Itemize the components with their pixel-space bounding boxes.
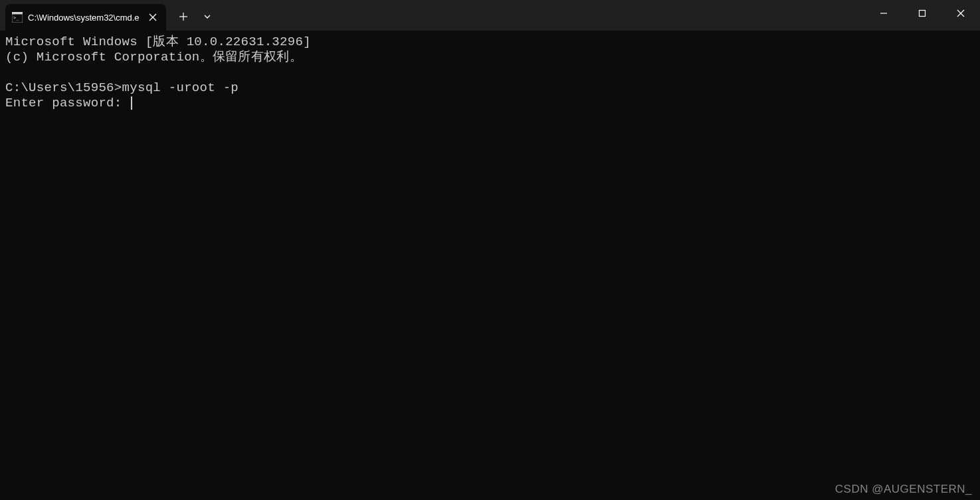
close-tab-button[interactable] xyxy=(145,9,161,25)
titlebar: >_ C:\Windows\system32\cmd.e xyxy=(0,0,980,31)
window-controls xyxy=(864,0,980,31)
close-window-button[interactable] xyxy=(941,0,980,27)
tab-dropdown-button[interactable] xyxy=(195,5,219,29)
terminal-line-copyright: (c) Microsoft Corporation。保留所有权利。 xyxy=(5,50,302,64)
terminal-output[interactable]: Microsoft Windows [版本 10.0.22631.3296] (… xyxy=(0,31,980,115)
minimize-icon xyxy=(880,9,888,17)
terminal-cursor xyxy=(131,96,132,110)
terminal-line-version: Microsoft Windows [版本 10.0.22631.3296] xyxy=(5,35,311,49)
maximize-icon xyxy=(918,9,926,17)
chevron-down-icon xyxy=(203,13,211,21)
svg-rect-8 xyxy=(920,11,926,17)
svg-rect-1 xyxy=(12,12,23,15)
watermark: CSDN @AUGENSTERN_ xyxy=(835,483,972,496)
active-tab[interactable]: >_ C:\Windows\system32\cmd.e xyxy=(5,4,166,31)
cmd-icon: >_ xyxy=(12,12,23,23)
tab-actions xyxy=(171,0,219,31)
terminal-password-prompt: Enter password: xyxy=(5,96,130,110)
minimize-button[interactable] xyxy=(864,0,903,27)
svg-text:>_: >_ xyxy=(13,15,19,21)
close-icon xyxy=(149,13,157,21)
maximize-button[interactable] xyxy=(903,0,941,27)
terminal-command: mysql -uroot -p xyxy=(122,80,239,95)
tab-title: C:\Windows\system32\cmd.e xyxy=(28,13,140,23)
close-icon xyxy=(957,9,965,17)
plus-icon xyxy=(179,13,187,21)
new-tab-button[interactable] xyxy=(171,5,195,29)
terminal-prompt: C:\Users\15956> xyxy=(5,80,122,95)
titlebar-drag-area[interactable] xyxy=(219,0,864,31)
